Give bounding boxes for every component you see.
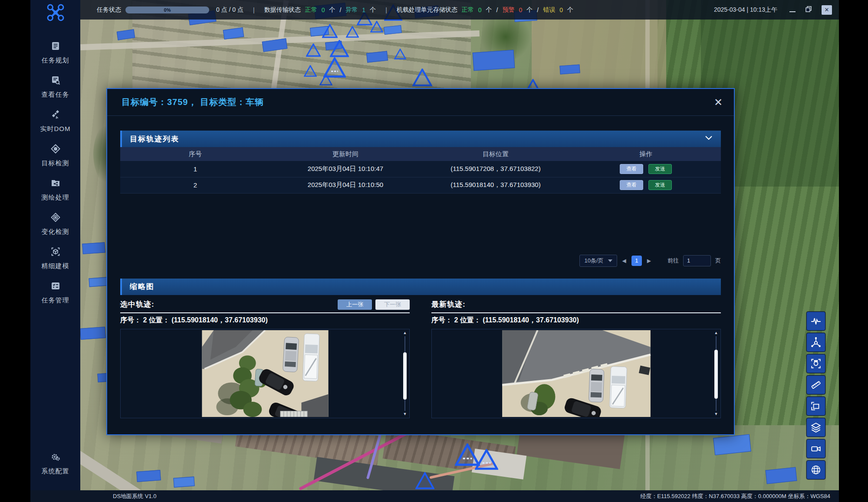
map-blue-roof — [559, 64, 580, 74]
scrollbar-thumb[interactable] — [403, 352, 407, 400]
sidebar-item-system-config[interactable]: 系统配置 — [42, 452, 69, 476]
view-button[interactable]: 查看 — [620, 180, 643, 190]
restore-button[interactable] — [805, 6, 812, 14]
layers-tool-button[interactable] — [806, 418, 825, 437]
sidebar-item-fine-modeling[interactable]: 精细建模 — [42, 246, 69, 270]
detection-triangle-icon[interactable] — [346, 26, 359, 38]
trajectory-row[interactable]: 2 2025年03月04日 10:10:50 (115.59018140，37.… — [120, 177, 721, 193]
detection-triangle-icon[interactable] — [475, 449, 498, 470]
points-counter: 0 点 / 0 点 — [216, 6, 243, 14]
scroll-down-icon[interactable]: ▼ — [402, 412, 408, 416]
close-dialog-button[interactable]: ✕ — [714, 97, 723, 108]
camera-capture-icon — [810, 358, 822, 369]
st-warning-label: 预警 — [502, 6, 514, 14]
sidebar-item-task-management[interactable]: 任务管理 — [42, 281, 69, 305]
map-toolbar — [806, 312, 825, 479]
map-blue-roof — [82, 242, 105, 254]
st-error-label: 错误 — [543, 6, 555, 14]
sidebar-item-target-detection[interactable]: 目标检测 — [42, 144, 69, 167]
sidebar-item-label: 目标检测 — [42, 159, 69, 167]
unit: 个 — [486, 6, 492, 14]
col-actions: 操作 — [571, 147, 721, 161]
slash: / — [339, 7, 341, 13]
measure-tool-button[interactable] — [806, 375, 825, 394]
view-button[interactable]: 查看 — [620, 164, 643, 174]
layers-icon — [810, 422, 822, 433]
detection-triangle-icon[interactable] — [322, 24, 338, 38]
video-tool-button[interactable] — [806, 439, 825, 458]
unit: 个 — [329, 6, 335, 14]
next-page-button[interactable]: ▶ — [647, 258, 651, 264]
sidebar-item-label: 测绘处理 — [42, 194, 69, 202]
close-window-button[interactable]: ✕ — [822, 5, 832, 15]
unit: 个 — [526, 6, 533, 14]
chevron-down-icon — [704, 135, 713, 141]
latest-image-container: ▲ ▼ — [431, 329, 721, 418]
slash: / — [496, 7, 498, 13]
send-button[interactable]: 发送 — [648, 164, 672, 174]
sidebar-item-view-tasks[interactable]: 查看任务 — [42, 75, 69, 99]
page-size-select[interactable]: 10条/页 — [579, 255, 617, 267]
gimbal-tool-button[interactable] — [806, 333, 825, 352]
current-page-button[interactable]: 1 — [631, 256, 642, 266]
scroll-up-icon[interactable]: ▲ — [713, 331, 719, 335]
scrollbar-thumb[interactable] — [714, 350, 718, 399]
cell-index: 1 — [120, 161, 270, 177]
image-scrollbar[interactable]: ▲ ▼ — [402, 331, 408, 416]
minimize-icon — [789, 11, 796, 12]
selected-trajectory-info: 序号： 2 位置： (115.59018140，37.67103930) — [120, 316, 410, 326]
previous-image-button[interactable]: 上一张 — [338, 299, 372, 310]
globe-tool-button[interactable] — [806, 460, 825, 479]
frame-select-tool-button[interactable] — [806, 397, 825, 416]
pagination: 10条/页 ◀ 1 ▶ 前往 页 — [120, 254, 721, 267]
detection-triangle-icon[interactable] — [304, 65, 317, 77]
video-camera-icon — [810, 443, 822, 454]
col-index: 序号 — [120, 147, 270, 161]
latest-trajectory-thumbnail[interactable] — [500, 330, 653, 417]
detection-triangle-icon[interactable] — [330, 40, 349, 57]
datetime-display: 2025-03-04 | 10:13上午 — [714, 6, 777, 14]
goto-page-input[interactable] — [683, 255, 711, 266]
cell-update-time: 2025年03月04日 10:10:47 — [270, 161, 421, 177]
thumbnail-panels: 选中轨迹: 上一张 下一张 序号： 2 位置： (115.59018140，37… — [120, 299, 721, 418]
minimize-button[interactable] — [789, 7, 796, 13]
change-detect-icon — [50, 212, 61, 223]
document-list-icon — [50, 41, 61, 51]
scroll-down-icon[interactable]: ▼ — [713, 412, 719, 416]
capture-tool-button[interactable] — [806, 354, 825, 373]
sidebar-item-label: 变化检测 — [42, 228, 69, 236]
map-blue-roof — [136, 470, 161, 482]
waveform-tool-button[interactable] — [806, 312, 825, 331]
detection-triangle-icon[interactable] — [319, 74, 332, 85]
detection-triangle-icon[interactable] — [415, 472, 434, 489]
detection-triangle-icon[interactable] — [412, 69, 432, 86]
sidebar-item-realtime-dom[interactable]: 实时DOM — [40, 109, 71, 133]
gimbal-3d-icon — [810, 337, 822, 348]
dt-abnormal-label: 异常 — [345, 6, 358, 14]
waveform-icon — [810, 315, 822, 327]
sidebar-item-mapping-process[interactable]: 测绘处理 — [42, 178, 69, 202]
trajectory-row[interactable]: 1 2025年03月04日 10:10:47 (115.59017208，37.… — [120, 161, 721, 177]
sidebar-item-label: 实时DOM — [40, 125, 71, 133]
task-progress-bar: 0% — [125, 7, 209, 13]
sidebar-item-label: 任务管理 — [42, 296, 69, 305]
selected-trajectory-label: 选中轨迹: — [120, 299, 155, 309]
detection-triangle-icon[interactable] — [394, 49, 406, 59]
prev-page-button[interactable]: ◀ — [622, 258, 626, 264]
table-empty-space — [120, 194, 721, 252]
detection-triangle-icon[interactable] — [370, 21, 383, 33]
image-scrollbar[interactable]: ▲ ▼ — [713, 331, 719, 416]
sidebar-item-change-detection[interactable]: 变化检测 — [42, 212, 69, 236]
screen: 任务状态 0% 0 点 / 0 点 | 数据传输状态 正常 0 个 / 异常 1… — [0, 0, 868, 502]
detection-triangle-icon[interactable] — [306, 43, 321, 57]
send-button[interactable]: 发送 — [648, 180, 672, 190]
selected-trajectory-thumbnail[interactable] — [200, 330, 330, 417]
scroll-up-icon[interactable]: ▲ — [402, 331, 408, 335]
next-image-button[interactable]: 下一张 — [375, 299, 410, 310]
caret-down-icon — [608, 259, 612, 262]
sidebar-item-mission-planning[interactable]: 任务规划 — [42, 41, 69, 65]
col-target-position: 目标位置 — [421, 147, 571, 161]
collapse-section-button[interactable] — [704, 135, 713, 143]
dialog-header: 目标编号：3759， 目标类型：车辆 ✕ — [107, 89, 734, 116]
latest-trajectory-label: 最新轨迹: — [431, 299, 466, 309]
